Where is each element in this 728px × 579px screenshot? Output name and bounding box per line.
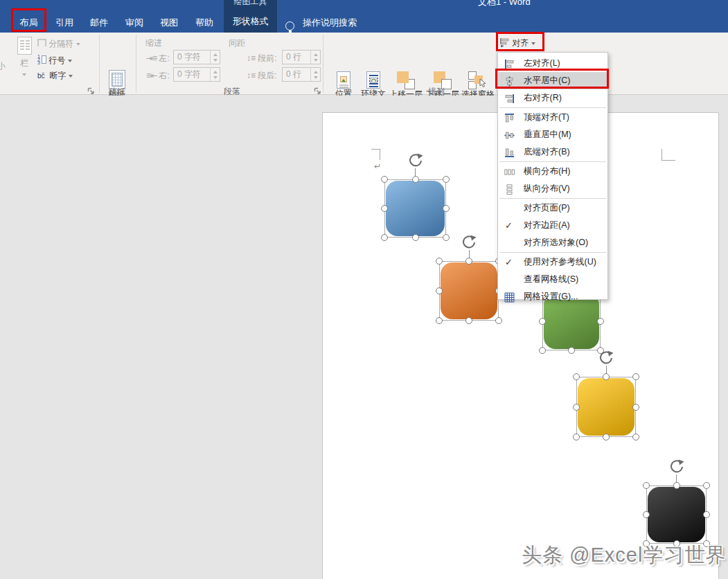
page-size-partial-label[interactable]: 小 xyxy=(0,60,6,72)
resize-handle[interactable] xyxy=(603,373,610,380)
yellow-square-fill[interactable] xyxy=(578,378,634,436)
menu-item-grid-settings[interactable]: 网格设置(G)... xyxy=(498,288,607,305)
menu-item-align-selected-objects[interactable]: 对齐所选对象(O) xyxy=(498,234,607,251)
tab-mailings[interactable]: 邮件 xyxy=(85,14,114,32)
orange-square-shape[interactable] xyxy=(439,261,499,321)
resize-handle[interactable] xyxy=(632,404,639,411)
resize-handle[interactable] xyxy=(573,434,580,440)
space-before-input[interactable]: 0 行 xyxy=(282,50,321,64)
breaks-button[interactable]: 分隔符 xyxy=(37,38,80,50)
position-icon xyxy=(337,71,350,89)
tell-me-search[interactable]: 操作说明搜索 xyxy=(303,14,357,32)
resize-handle[interactable] xyxy=(632,373,639,380)
resize-handle[interactable] xyxy=(381,234,388,241)
menu-item-distribute-horizontally[interactable]: 横向分布(H) xyxy=(498,163,607,180)
space-before-spinner[interactable] xyxy=(310,51,320,64)
tab-references[interactable]: 引用 xyxy=(50,14,79,32)
columns-button[interactable]: 栏 xyxy=(14,37,35,79)
selection-pane-icon xyxy=(468,71,488,89)
page-setup-dialog-launcher-icon[interactable] xyxy=(87,87,95,95)
rotate-handle-icon[interactable] xyxy=(598,350,614,366)
align-bottom-icon xyxy=(504,147,515,157)
hyphenation-button[interactable]: bc̄ 断字 xyxy=(37,70,73,82)
resize-handle[interactable] xyxy=(603,434,610,440)
blue-square-fill[interactable] xyxy=(386,181,445,236)
resize-handle[interactable] xyxy=(703,482,710,489)
resize-handle[interactable] xyxy=(465,258,472,265)
columns-label: 栏 xyxy=(14,57,35,69)
align-top-icon xyxy=(504,112,515,123)
rotate-handle-icon[interactable] xyxy=(407,152,424,169)
resize-handle[interactable] xyxy=(381,176,388,183)
checkmark-icon: ✓ xyxy=(505,253,513,271)
indent-right-input[interactable]: 0 字符 xyxy=(173,67,220,82)
black-square-fill[interactable] xyxy=(648,487,705,542)
resize-handle[interactable] xyxy=(568,347,575,354)
indent-left-label: ⇥≡ 左: xyxy=(146,53,170,64)
contextual-tab-shape-format[interactable]: 绘图工具 形状格式 xyxy=(224,0,277,33)
tab-shape-format[interactable]: 形状格式 xyxy=(224,15,277,28)
spacing-title: 间距 xyxy=(229,37,245,49)
resize-handle[interactable] xyxy=(412,234,419,241)
resize-handle[interactable] xyxy=(573,373,580,380)
black-square-shape[interactable] xyxy=(646,486,707,544)
resize-handle[interactable] xyxy=(632,434,639,440)
resize-handle[interactable] xyxy=(539,347,546,354)
resize-handle[interactable] xyxy=(643,511,650,518)
resize-handle[interactable] xyxy=(573,404,580,411)
yellow-square-shape[interactable] xyxy=(576,377,636,437)
rotate-handle-icon[interactable] xyxy=(668,458,685,475)
window-title: 文档1 - Word xyxy=(478,0,531,8)
line-numbers-button[interactable]: 123 行号 xyxy=(37,54,72,66)
orange-square-fill[interactable] xyxy=(441,262,497,319)
menu-item-align-to-page[interactable]: 对齐页面(P) xyxy=(498,199,607,217)
tab-help[interactable]: 帮助 xyxy=(190,14,219,32)
menu-item-use-alignment-guides[interactable]: ✓ 使用对齐参考线(U) xyxy=(498,253,607,271)
resize-handle[interactable] xyxy=(412,176,419,183)
chevron-down-icon xyxy=(68,60,72,62)
resize-handle[interactable] xyxy=(443,176,450,183)
ribbon: 小 栏 分隔符 123 行号 bc̄ 断字 xyxy=(0,33,728,95)
columns-icon xyxy=(17,37,32,55)
menu-item-align-bottom[interactable]: 底端对齐(B) xyxy=(498,143,607,161)
rotate-handle-icon[interactable] xyxy=(461,234,477,251)
blue-square-shape[interactable] xyxy=(384,179,446,238)
menu-item-align-top[interactable]: 顶端对齐(T) xyxy=(498,109,607,126)
menu-item-view-gridlines[interactable]: 查看网格线(S) xyxy=(498,271,607,288)
menu-item-align-to-margin[interactable]: ✓ 对齐边距(A) xyxy=(498,217,607,234)
menu-item-align-right[interactable]: 右对齐(R) xyxy=(498,89,607,107)
align-right-icon xyxy=(504,93,515,103)
chevron-down-icon xyxy=(22,73,26,76)
space-after-input[interactable]: 0 行 xyxy=(282,67,321,82)
resize-handle[interactable] xyxy=(597,318,604,325)
menu-item-distribute-vertically[interactable]: 纵向分布(V) xyxy=(498,180,607,197)
document-area: ↵ xyxy=(0,96,728,579)
resize-handle[interactable] xyxy=(436,317,443,324)
watermark-text: 头条 @Excel学习世界 xyxy=(522,542,726,569)
annotation-box-align-button xyxy=(496,32,544,51)
resize-handle[interactable] xyxy=(381,205,388,212)
paragraph-dialog-launcher-icon[interactable] xyxy=(314,87,321,95)
resize-handle[interactable] xyxy=(703,511,710,518)
space-after-spinner[interactable] xyxy=(310,68,320,81)
resize-handle[interactable] xyxy=(443,234,450,241)
menu-item-align-middle[interactable]: 垂直居中(M) xyxy=(498,126,607,143)
menu-separator xyxy=(499,161,606,162)
align-middle-icon xyxy=(504,130,515,140)
margin-mark-top-left xyxy=(371,149,380,160)
indent-left-spinner[interactable] xyxy=(210,51,220,64)
resize-handle[interactable] xyxy=(436,287,443,294)
resize-handle[interactable] xyxy=(436,258,443,265)
hyphenation-icon: bc̄ xyxy=(37,72,47,80)
indent-right-spinner[interactable] xyxy=(210,68,220,81)
resize-handle[interactable] xyxy=(643,482,650,489)
tab-view[interactable]: 视图 xyxy=(154,14,184,32)
line-numbers-label: 行号 xyxy=(48,55,65,65)
resize-handle[interactable] xyxy=(495,317,502,324)
resize-handle[interactable] xyxy=(443,205,450,212)
resize-handle[interactable] xyxy=(465,317,472,324)
resize-handle[interactable] xyxy=(539,318,546,325)
indent-left-input[interactable]: 0 字符 xyxy=(173,50,220,64)
tab-review[interactable]: 审阅 xyxy=(120,14,149,32)
resize-handle[interactable] xyxy=(673,482,680,489)
